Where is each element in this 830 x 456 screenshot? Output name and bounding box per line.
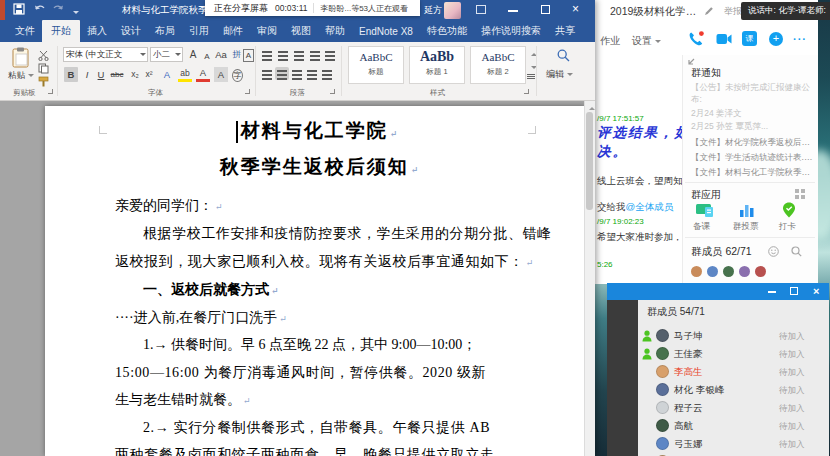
- course-icon[interactable]: 课: [742, 31, 757, 46]
- change-case-button[interactable]: Aa: [214, 47, 228, 62]
- redo-icon[interactable]: [52, 4, 64, 15]
- increase-indent-icon[interactable]: [323, 48, 337, 61]
- format-painter-icon[interactable]: [38, 76, 49, 87]
- video-call-icon[interactable]: [716, 33, 732, 45]
- phonetic-guide-button[interactable]: 拼: [230, 47, 244, 62]
- undo-icon[interactable]: [34, 4, 46, 15]
- bold-button[interactable]: B: [64, 67, 78, 82]
- align-left-icon[interactable]: [260, 67, 274, 80]
- clipboard-dialog-launcher[interactable]: [48, 89, 53, 94]
- smiley-icon[interactable]: [768, 246, 779, 257]
- highlight-color-button[interactable]: ab: [178, 67, 192, 82]
- file-item[interactable]: 【文件】材化学院秋季返校后健...: [691, 137, 813, 149]
- account-avatar[interactable]: [444, 2, 461, 19]
- style-heading-2[interactable]: AaBbC 标题 2: [470, 46, 526, 84]
- member-row[interactable]: 马子坤 待加入: [638, 328, 829, 345]
- font-color-button[interactable]: A: [196, 67, 210, 82]
- search-icon[interactable]: [791, 246, 802, 257]
- tell-me-search[interactable]: 操作说明搜索: [478, 20, 548, 42]
- doc-body-line[interactable]: ····进入前,在餐厅门口洗手: [115, 308, 539, 329]
- app-label[interactable]: 备课: [693, 221, 710, 233]
- minimize-button[interactable]: [768, 291, 776, 293]
- font-size-combo[interactable]: 小二: [150, 47, 183, 62]
- doc-body-line[interactable]: 亲爱的同学们：: [115, 196, 539, 217]
- tab-view[interactable]: 视图: [284, 20, 318, 42]
- paste-clipboard-icon[interactable]: [12, 47, 29, 68]
- avatar[interactable]: [723, 266, 734, 277]
- tab-layout[interactable]: 布局: [148, 20, 182, 42]
- scrollbar-thumb[interactable]: [586, 112, 593, 210]
- style-heading-1[interactable]: AaBb 标题 1: [409, 46, 465, 84]
- toolbar-settings[interactable]: 设置: [632, 34, 661, 48]
- doc-body-line[interactable]: 生与老生错时就餐。: [115, 390, 539, 411]
- grow-font-button[interactable]: A: [186, 47, 200, 62]
- text-effects-button[interactable]: A: [160, 67, 174, 82]
- toolbar-homework[interactable]: 作业: [600, 34, 620, 48]
- maximize-button[interactable]: [790, 287, 798, 295]
- tab-file[interactable]: 文件: [8, 20, 42, 42]
- tab-special-features[interactable]: 特色功能: [420, 20, 474, 42]
- close-button[interactable]: ×: [813, 286, 819, 296]
- ribbon-display-options-icon[interactable]: [476, 5, 486, 14]
- enclose-characters-button[interactable]: 字: [232, 69, 243, 82]
- decrease-indent-icon[interactable]: [308, 48, 322, 61]
- prepare-class-icon[interactable]: [695, 203, 714, 218]
- tab-design[interactable]: 设计: [114, 20, 148, 42]
- strikethrough-button[interactable]: abc: [110, 67, 124, 82]
- close-button[interactable]: ×: [572, 2, 579, 16]
- font-name-combo[interactable]: 宋体 (中文正文: [63, 47, 148, 62]
- member-window-titlebar[interactable]: ×: [607, 283, 829, 300]
- doc-title-line[interactable]: 秋季学生返校后须知: [105, 157, 535, 180]
- doc-body-line[interactable]: 2.→ 实行分餐制供餐形式，自带餐具。午餐只提供 AB: [115, 418, 539, 438]
- tab-review[interactable]: 审阅: [250, 20, 284, 42]
- align-center-icon[interactable]: [275, 67, 289, 80]
- grid-icon[interactable]: [795, 189, 805, 199]
- add-icon[interactable]: +: [769, 32, 783, 46]
- bullet-list-icon[interactable]: [260, 48, 274, 61]
- doc-body-line[interactable]: 返校报到，现大家已顺利入校。现将有关返校后事宜通知如下：: [115, 252, 539, 273]
- doc-title-line[interactable]: 材料与化工学院: [105, 121, 535, 144]
- avatar[interactable]: [707, 266, 718, 277]
- member-row[interactable]: 高航 待加入: [638, 418, 829, 435]
- shrink-font-button[interactable]: A: [200, 49, 214, 64]
- underline-button[interactable]: U: [94, 67, 108, 82]
- member-row[interactable]: 弓玉娜 待加入: [638, 436, 829, 453]
- app-label[interactable]: 群投票: [733, 221, 759, 233]
- tab-endnote[interactable]: EndNote X8: [352, 22, 420, 41]
- justify-icon[interactable]: [305, 67, 319, 80]
- tab-help[interactable]: 帮助: [318, 20, 352, 42]
- tab-references[interactable]: 引用: [182, 20, 216, 42]
- member-row[interactable]: 材化 李银峰 待加入: [638, 382, 829, 399]
- find-icon[interactable]: [557, 49, 570, 62]
- character-border-button[interactable]: A: [243, 49, 254, 62]
- screen-share-bar[interactable]: 正在分享屏幕 00:03:11 李盼盼...等53人正在观看: [205, 0, 420, 16]
- doc-body-line[interactable]: 两种套餐及卤面和饺子两种面食，早、晚餐只提供立取立走: [115, 445, 539, 456]
- check-in-icon[interactable]: [782, 202, 796, 218]
- multilevel-list-icon[interactable]: [292, 48, 306, 61]
- minimize-button[interactable]: [508, 10, 518, 12]
- styles-dialog-launcher[interactable]: [524, 89, 529, 94]
- group-vote-icon[interactable]: [739, 203, 755, 218]
- paste-button[interactable]: 粘贴: [8, 70, 34, 82]
- line-spacing-icon[interactable]: [320, 67, 334, 80]
- copy-icon[interactable]: [38, 63, 49, 74]
- edit-pencil-icon[interactable]: [704, 6, 714, 16]
- avatar[interactable]: [691, 266, 702, 277]
- member-row[interactable]: 程子云 待加入: [638, 400, 829, 417]
- doc-body-line[interactable]: 1.→ 供餐时间。早 6 点至晚 22 点，其中 9:00—10:00；: [115, 335, 539, 355]
- doc-body-line[interactable]: 15:00—16:00 为餐厅消毒通风时间，暂停供餐。2020 级新: [115, 363, 539, 383]
- editing-menu-button[interactable]: 编辑: [546, 68, 573, 81]
- qat-dropdown-icon[interactable]: [73, 11, 79, 17]
- doc-body-line[interactable]: 根据学校工作安排和疫情防控要求，学生采用的分期分批、错峰: [115, 224, 539, 244]
- numbered-list-icon[interactable]: [276, 48, 290, 61]
- align-right-icon[interactable]: [290, 67, 304, 80]
- avatar[interactable]: [739, 266, 750, 277]
- maximize-button[interactable]: [541, 5, 550, 14]
- mention-all-members[interactable]: @全体成员: [626, 201, 674, 212]
- announcement-item[interactable]: 【公告】未按时完成汇报健康公布:: [691, 81, 813, 105]
- font-dialog-launcher[interactable]: [245, 89, 250, 94]
- character-shading-button[interactable]: A: [214, 67, 228, 82]
- tab-home[interactable]: 开始: [42, 20, 80, 43]
- italic-button[interactable]: I: [80, 67, 94, 82]
- file-item[interactable]: 【文件】材料与化工学院秋季返...: [691, 167, 813, 179]
